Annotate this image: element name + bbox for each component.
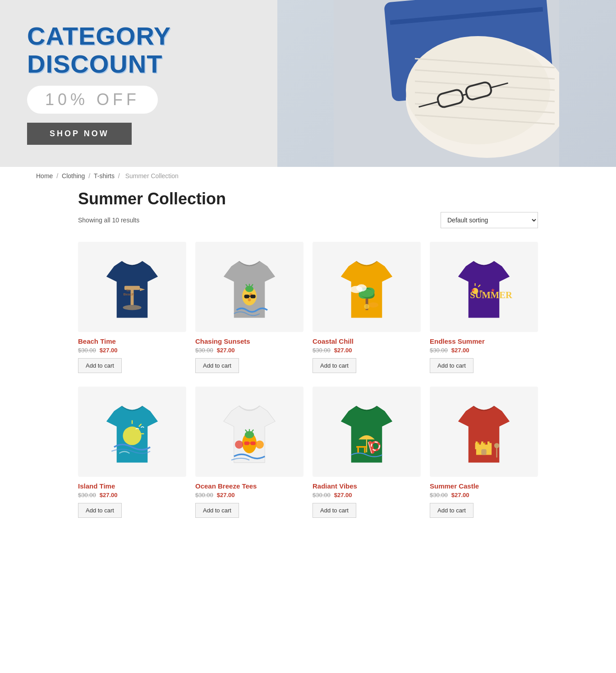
product-grid: to Beach Beach Time $30.00 $27.00 Add to… (78, 242, 538, 518)
add-to-cart-island-time[interactable]: Add to cart (78, 503, 122, 518)
svg-rect-58 (250, 442, 255, 445)
product-name-radiant-vibes[interactable]: Radiant Vibes (313, 482, 421, 490)
price-sale-ocean-breeze-tees: $27.00 (217, 492, 235, 498)
hero-discount-text: 10% OFF (45, 90, 140, 109)
svg-point-18 (123, 305, 141, 310)
product-pricing-ocean-breeze-tees: $30.00 $27.00 (195, 492, 303, 498)
breadcrumb-clothing[interactable]: Clothing (62, 172, 85, 180)
add-to-cart-coastal-chill[interactable]: Add to cart (313, 358, 356, 373)
breadcrumb-home[interactable]: Home (36, 172, 53, 180)
showing-results-text: Showing all 10 results (78, 217, 139, 224)
price-original-island-time: $30.00 (78, 492, 96, 498)
hero-title: CATEGORY DISCOUNT (27, 22, 281, 78)
price-original-radiant-vibes: $30.00 (313, 492, 331, 498)
tshirt-coastal-chill (335, 251, 398, 323)
price-original-ocean-breeze-tees: $30.00 (195, 492, 213, 498)
price-original-coastal-chill: $30.00 (313, 347, 331, 354)
product-name-beach-time[interactable]: Beach Time (78, 337, 186, 345)
price-sale-endless-summer: $27.00 (451, 347, 469, 354)
svg-rect-67 (364, 447, 365, 452)
svg-rect-75 (478, 443, 479, 444)
product-image-island-time[interactable] (78, 387, 186, 477)
product-image-ocean-breeze-tees[interactable] (195, 387, 303, 477)
product-name-summer-castle[interactable]: Summer Castle (430, 482, 538, 490)
svg-text:to: to (126, 288, 130, 292)
svg-rect-66 (357, 447, 359, 452)
price-sale-summer-castle: $27.00 (451, 492, 469, 498)
add-to-cart-summer-castle[interactable]: Add to cart (430, 503, 473, 518)
product-image-summer-castle[interactable] (430, 387, 538, 477)
breadcrumb-sep3: / (118, 172, 122, 180)
price-original-beach-time: $30.00 (78, 347, 96, 354)
hero-discount-pill: 10% OFF (27, 86, 158, 114)
svg-rect-74 (476, 442, 478, 444)
price-sale-radiant-vibes: $27.00 (334, 492, 352, 498)
price-original-endless-summer: $30.00 (430, 347, 448, 354)
price-sale-island-time: $27.00 (100, 492, 118, 498)
product-image-beach-time[interactable]: to Beach (78, 242, 186, 332)
svg-point-61 (256, 440, 264, 448)
page-title: Summer Collection (78, 189, 538, 208)
add-to-cart-chasing-sunsets[interactable]: Add to cart (195, 358, 239, 373)
product-pricing-chasing-sunsets: $30.00 $27.00 (195, 347, 303, 354)
svg-point-83 (494, 443, 499, 448)
tshirt-island-time (101, 396, 164, 468)
svg-point-38 (364, 304, 369, 309)
svg-text:Beach: Beach (124, 292, 134, 296)
product-card-summer-castle: Summer Castle $30.00 $27.00 Add to cart (430, 387, 538, 518)
add-to-cart-ocean-breeze-tees[interactable]: Add to cart (195, 503, 239, 518)
product-name-ocean-breeze-tees[interactable]: Ocean Breeze Tees (195, 482, 303, 490)
tshirt-beach-time: to Beach (101, 251, 164, 323)
product-card-radiant-vibes: Radiant Vibes $30.00 $27.00 Add to cart (313, 387, 421, 518)
product-pricing-endless-summer: $30.00 $27.00 (430, 347, 538, 354)
product-name-chasing-sunsets[interactable]: Chasing Sunsets (195, 337, 303, 345)
svg-text:★: ★ (471, 287, 475, 293)
product-card-beach-time: to Beach Beach Time $30.00 $27.00 Add to… (78, 242, 186, 373)
tshirt-ocean-breeze-tees (218, 396, 281, 468)
add-to-cart-endless-summer[interactable]: Add to cart (430, 358, 473, 373)
product-pricing-island-time: $30.00 $27.00 (78, 492, 186, 498)
add-to-cart-beach-time[interactable]: Add to cart (78, 358, 122, 373)
product-card-chasing-sunsets: Chasing Sunsets $30.00 $27.00 Add to car… (195, 242, 303, 373)
breadcrumb-current: Summer Collection (125, 172, 179, 180)
sort-select[interactable]: Default sorting Sort by popularity Sort … (441, 212, 538, 228)
hero-banner: CATEGORY DISCOUNT 10% OFF SHOP NOW (0, 0, 616, 167)
svg-point-37 (368, 302, 378, 307)
tshirt-endless-summer: SUMMER ★ ★ (452, 251, 515, 323)
product-name-island-time[interactable]: Island Time (78, 482, 186, 490)
svg-rect-65 (356, 446, 367, 447)
svg-point-4 (406, 36, 550, 144)
svg-text:★: ★ (491, 287, 495, 293)
breadcrumb: Home / Clothing / T-shirts / Summer Coll… (0, 167, 616, 185)
svg-rect-78 (487, 442, 490, 444)
svg-rect-31 (250, 295, 255, 298)
price-sale-beach-time: $27.00 (100, 347, 118, 354)
product-image-radiant-vibes[interactable] (313, 387, 421, 477)
price-original-summer-castle: $30.00 (430, 492, 448, 498)
product-card-ocean-breeze-tees: Ocean Breeze Tees $30.00 $27.00 Add to c… (195, 387, 303, 518)
price-sale-chasing-sunsets: $27.00 (217, 347, 235, 354)
product-pricing-beach-time: $30.00 $27.00 (78, 347, 186, 354)
price-original-chasing-sunsets: $30.00 (195, 347, 213, 354)
svg-point-40 (356, 284, 367, 291)
results-header: Showing all 10 results Default sorting S… (78, 212, 538, 228)
breadcrumb-tshirts[interactable]: T-shirts (94, 172, 115, 180)
product-image-coastal-chill[interactable] (313, 242, 421, 332)
hero-left: CATEGORY DISCOUNT 10% OFF SHOP NOW (0, 4, 308, 163)
main-content: Summer Collection Showing all 10 results… (60, 189, 556, 545)
svg-point-60 (235, 440, 243, 448)
hero-shop-button[interactable]: SHOP NOW (27, 123, 132, 145)
product-pricing-radiant-vibes: $30.00 $27.00 (313, 492, 421, 498)
product-image-chasing-sunsets[interactable] (195, 242, 303, 332)
svg-rect-76 (481, 442, 483, 444)
add-to-cart-radiant-vibes[interactable]: Add to cart (313, 503, 356, 518)
price-sale-coastal-chill: $27.00 (334, 347, 352, 354)
product-pricing-summer-castle: $30.00 $27.00 (430, 492, 538, 498)
product-name-endless-summer[interactable]: Endless Summer (430, 337, 538, 345)
breadcrumb-sep2: / (88, 172, 92, 180)
svg-rect-81 (481, 449, 486, 455)
svg-rect-30 (244, 295, 249, 298)
product-image-endless-summer[interactable]: SUMMER ★ ★ (430, 242, 538, 332)
svg-rect-16 (131, 290, 134, 305)
product-name-coastal-chill[interactable]: Coastal Chill (313, 337, 421, 345)
